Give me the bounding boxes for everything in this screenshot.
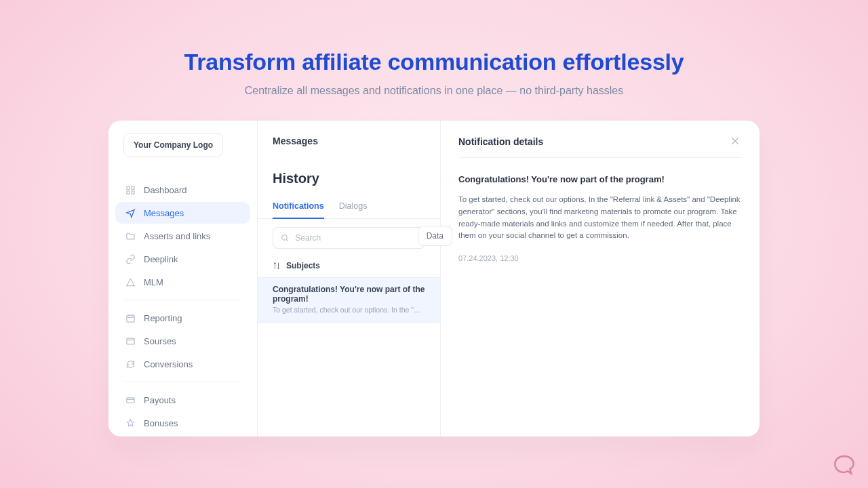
- sidebar-item-dashboard[interactable]: Dashboard: [115, 179, 250, 201]
- sidebar-item-label: Deeplink: [144, 254, 178, 264]
- column-header-subjects[interactable]: Subjects: [258, 249, 440, 277]
- sidebar-item-sourses[interactable]: Sourses: [115, 330, 250, 352]
- row-preview: To get started, check out our options. I…: [273, 306, 425, 314]
- tab-notifications[interactable]: Notifications: [273, 201, 324, 219]
- sort-icon: [273, 262, 281, 270]
- detail-body-text: To get started, check out our options. I…: [458, 194, 742, 242]
- sidebar-item-mlm[interactable]: MLM: [115, 271, 250, 293]
- svg-rect-3: [131, 190, 134, 193]
- sidebar-item-messages[interactable]: Messages: [115, 202, 250, 224]
- svg-rect-10: [126, 397, 134, 403]
- sidebar-item-label: Payouts: [144, 395, 176, 405]
- star-icon: [125, 418, 136, 428]
- page-subheadline: Centralize all messages and notification…: [0, 85, 868, 97]
- messages-panel: Messages History Notifications Dialogs D…: [258, 121, 441, 436]
- search-box[interactable]: [273, 227, 425, 249]
- sidebar-item-label: Asserts and links: [144, 231, 210, 241]
- folder-icon: [125, 230, 136, 241]
- nav-divider: [125, 382, 241, 382]
- search-input[interactable]: [295, 233, 418, 243]
- grid-icon: [125, 184, 136, 195]
- svg-rect-4: [126, 315, 134, 322]
- sidebar: Your Company Logo DashboardMessagesAsser…: [108, 121, 258, 436]
- svg-rect-2: [126, 190, 129, 193]
- svg-point-12: [281, 235, 287, 240]
- sidebar-item-label: Sourses: [144, 336, 176, 346]
- sidebar-item-conversions[interactable]: Conversions: [115, 353, 250, 375]
- notification-detail-panel: Notification details Congratulations! Yo…: [441, 121, 760, 436]
- tabs: Notifications Dialogs: [258, 186, 440, 219]
- close-icon[interactable]: [730, 136, 742, 148]
- row-title: Congratulations! You're now part of the …: [273, 285, 425, 304]
- sidebar-item-label: Bonuses: [144, 418, 178, 428]
- detail-panel-title: Notification details: [458, 136, 543, 147]
- notification-row[interactable]: Congratulations! You're now part of the …: [258, 277, 440, 323]
- sidebar-item-payouts[interactable]: Payouts: [115, 389, 250, 411]
- search-icon: [280, 232, 290, 243]
- app-window: Your Company Logo DashboardMessagesAsser…: [108, 121, 760, 436]
- nav-divider: [125, 300, 241, 300]
- detail-timestamp: 07.24.2023, 12:30: [458, 254, 742, 262]
- panel-title-messages: Messages: [258, 136, 440, 146]
- window-icon: [125, 336, 136, 346]
- detail-subject: Congratulations! You're now part of the …: [458, 174, 742, 184]
- svg-rect-8: [126, 338, 134, 344]
- sidebar-item-label: Reporting: [144, 313, 182, 323]
- page-headline: Transform affiliate communication effort…: [0, 49, 868, 75]
- sidebar-item-label: Conversions: [144, 359, 193, 369]
- refresh-icon: [125, 359, 136, 369]
- sidebar-nav: DashboardMessagesAsserts and linksDeepli…: [108, 178, 257, 435]
- message-icon: [125, 207, 136, 218]
- svg-rect-0: [126, 186, 129, 188]
- sidebar-item-label: Messages: [144, 208, 184, 218]
- tab-dialogs[interactable]: Dialogs: [339, 201, 368, 218]
- link-icon: [125, 253, 136, 264]
- triangle-icon: [125, 277, 136, 287]
- svg-line-13: [286, 239, 288, 241]
- card-icon: [125, 394, 136, 405]
- sidebar-item-bonuses[interactable]: Bonuses: [115, 412, 250, 434]
- sidebar-item-deeplink[interactable]: Deeplink: [115, 248, 250, 270]
- svg-rect-1: [131, 186, 134, 188]
- sidebar-item-asserts-and-links[interactable]: Asserts and links: [115, 225, 250, 247]
- history-heading: History: [258, 146, 440, 186]
- company-logo: Your Company Logo: [123, 133, 223, 157]
- brand-logo-icon: [833, 453, 856, 476]
- sidebar-item-label: MLM: [144, 277, 163, 287]
- sidebar-item-reporting[interactable]: Reporting: [115, 307, 250, 329]
- calendar-icon: [125, 312, 136, 323]
- sidebar-item-label: Dashboard: [144, 185, 187, 195]
